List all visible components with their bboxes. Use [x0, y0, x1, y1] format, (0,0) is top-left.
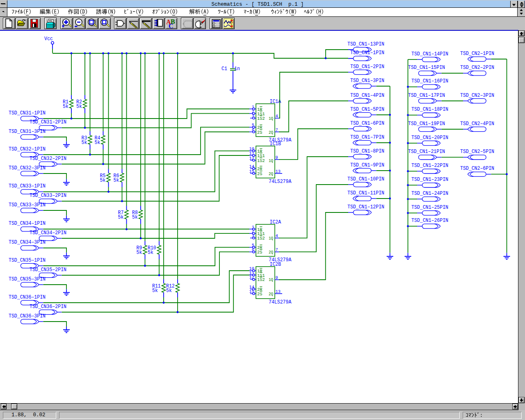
svg-text:4: 4 — [276, 114, 278, 119]
svg-text:5k: 5k — [95, 139, 100, 146]
svg-text:6: 6 — [252, 247, 254, 252]
svg-text:3: 3 — [252, 233, 254, 238]
svg-text:2S: 2S — [257, 130, 262, 135]
svg-text:1n: 1n — [234, 66, 240, 72]
svg-text:TSD_CN1–5PIN: TSD_CN1–5PIN — [350, 106, 384, 112]
svg-text:1Q: 1Q — [269, 158, 273, 163]
svg-text:IC2B: IC2B — [270, 261, 281, 267]
svg-text:12: 12 — [249, 156, 254, 161]
svg-text:TSD_CN2–4PIN: TSD_CN2–4PIN — [460, 121, 494, 127]
svg-text:2Q: 2Q — [269, 130, 273, 135]
svg-text:1Q: 1Q — [269, 277, 273, 282]
svg-text:TSD_CN1–21PIN: TSD_CN1–21PIN — [408, 148, 445, 155]
svg-text:5k: 5k — [148, 249, 153, 256]
svg-text:TSD_CN1–4PIN: TSD_CN1–4PIN — [350, 92, 384, 98]
svg-text:1S2: 1S2 — [257, 277, 265, 282]
svg-text:TSD_CN1–10PIN: TSD_CN1–10PIN — [347, 176, 384, 182]
svg-text:TSD_CN1–8PIN: TSD_CN1–8PIN — [350, 148, 384, 154]
svg-text:TSD_CN33–3PIN: TSD_CN33–3PIN — [9, 202, 46, 208]
svg-text:TSD_CN1–16PIN: TSD_CN1–16PIN — [411, 78, 448, 84]
svg-text:2Q: 2Q — [269, 292, 273, 297]
svg-text:TSD_CN1–22PIN: TSD_CN1–22PIN — [411, 162, 448, 169]
svg-text:TSD_CN1–26PIN: TSD_CN1–26PIN — [411, 217, 448, 224]
svg-text:TSD_CN36–1PIN: TSD_CN36–1PIN — [9, 294, 46, 300]
svg-text:TSD_CN34–3PIN: TSD_CN34–3PIN — [9, 239, 46, 245]
svg-text:TSD_CN2–2PIN: TSD_CN2–2PIN — [460, 64, 494, 71]
svg-text:9: 9 — [276, 155, 278, 160]
svg-text:74LS279A: 74LS279A — [269, 299, 292, 305]
svg-text:1Q: 1Q — [269, 116, 273, 121]
svg-text:TSD_CN1–25PIN: TSD_CN1–25PIN — [411, 204, 448, 210]
svg-text:TSD_CN1–12PIN: TSD_CN1–12PIN — [347, 204, 384, 210]
svg-text:C: C — [169, 23, 173, 28]
svg-text:2Q: 2Q — [269, 250, 273, 255]
svg-text:TSD_CN1–19PIN: TSD_CN1–19PIN — [408, 121, 445, 127]
svg-text:7: 7 — [276, 128, 278, 132]
svg-text:1S1: 1S1 — [257, 153, 265, 158]
svg-text:6: 6 — [252, 128, 254, 132]
svg-text:12: 12 — [249, 275, 254, 280]
svg-text:9: 9 — [276, 275, 278, 280]
svg-text:TSD_CN2–3PIN: TSD_CN2–3PIN — [460, 92, 494, 98]
svg-text:5k: 5k — [114, 177, 119, 183]
svg-text:TSD_CN32–1PIN: TSD_CN32–1PIN — [9, 146, 46, 152]
svg-text:2: 2 — [252, 109, 254, 114]
svg-text:1S2: 1S2 — [257, 236, 265, 241]
svg-text:5k: 5k — [63, 103, 68, 110]
svg-text:TSD_CN35–1PIN: TSD_CN35–1PIN — [9, 257, 46, 263]
svg-text:5k: 5k — [118, 214, 124, 220]
svg-text:TSD_CN1–24PIN: TSD_CN1–24PIN — [411, 190, 448, 196]
svg-text:TSD_CN2–5PIN: TSD_CN2–5PIN — [460, 148, 494, 155]
svg-text:5k: 5k — [137, 249, 142, 256]
svg-text:TSD_CN35–3PIN: TSD_CN35–3PIN — [9, 276, 46, 282]
svg-text:TSD_CN36–3PIN: TSD_CN36–3PIN — [9, 313, 46, 319]
svg-text:TSD_CN1–11PIN: TSD_CN1–11PIN — [347, 190, 384, 196]
svg-text:1S2: 1S2 — [257, 116, 265, 121]
svg-text:2Q: 2Q — [269, 171, 273, 176]
svg-text:5: 5 — [252, 243, 254, 248]
svg-text:74LS279A: 74LS279A — [269, 178, 292, 185]
svg-text:TSD_CN33–1PIN: TSD_CN33–1PIN — [9, 183, 46, 189]
svg-text:15: 15 — [249, 169, 254, 174]
svg-text:5k: 5k — [100, 177, 106, 183]
svg-text:1Q: 1Q — [269, 236, 273, 241]
svg-text:TSD_CN2–1PIN: TSD_CN2–1PIN — [460, 50, 494, 57]
svg-text:C1: C1 — [221, 66, 227, 72]
svg-text:2S: 2S — [257, 250, 262, 255]
svg-text:10: 10 — [249, 146, 255, 151]
svg-text:TSD_CN34–1PIN: TSD_CN34–1PIN — [9, 220, 46, 226]
svg-text:5k: 5k — [82, 139, 87, 146]
svg-text:TSD_CN1–14PIN: TSD_CN1–14PIN — [411, 51, 448, 57]
svg-text:TSD_CN31–2PIN: TSD_CN31–2PIN — [30, 119, 66, 125]
svg-text:TSD_CN32–2PIN: TSD_CN32–2PIN — [30, 155, 66, 162]
svg-text:TSD_CN1–23PIN: TSD_CN1–23PIN — [411, 176, 448, 183]
svg-text:14: 14 — [249, 164, 255, 169]
svg-text:5k: 5k — [76, 103, 82, 110]
svg-text:TSD_CN2–6PIN: TSD_CN2–6PIN — [460, 165, 494, 171]
svg-text:TSD_CN32–3PIN: TSD_CN32–3PIN — [9, 165, 46, 171]
svg-text:1: 1 — [252, 105, 254, 110]
svg-text:5k: 5k — [152, 288, 158, 294]
svg-text:TSD_CN1–20PIN: TSD_CN1–20PIN — [411, 135, 448, 141]
svg-text:IC1B: IC1B — [270, 141, 281, 147]
svg-text:TSD_CN33–2PIN: TSD_CN33–2PIN — [30, 192, 66, 199]
svg-text:2R: 2R — [257, 167, 262, 171]
svg-text:3: 3 — [252, 114, 254, 119]
svg-text:TSD_CN35–2PIN: TSD_CN35–2PIN — [30, 267, 66, 273]
svg-text:TSD_CN34–2PIN: TSD_CN34–2PIN — [30, 230, 66, 236]
svg-text:TSD_CN1–13PIN: TSD_CN1–13PIN — [347, 41, 384, 47]
svg-text:2S: 2S — [257, 292, 262, 297]
svg-text:TSD_CN36–2PIN: TSD_CN36–2PIN — [30, 304, 66, 310]
svg-text:5k: 5k — [166, 288, 172, 294]
svg-text:TSD_CN1–6PIN: TSD_CN1–6PIN — [350, 120, 384, 126]
svg-text:TSD_CN1–15PIN: TSD_CN1–15PIN — [408, 64, 445, 71]
svg-text:TSD_CN1–1PIN: TSD_CN1–1PIN — [350, 50, 384, 56]
svg-text:5k: 5k — [132, 214, 138, 220]
svg-text:5: 5 — [252, 123, 254, 128]
svg-text:TSD_CN1–17PIN: TSD_CN1–17PIN — [408, 92, 445, 98]
svg-text:1S2: 1S2 — [257, 158, 265, 163]
svg-text:11: 11 — [249, 151, 255, 156]
svg-text:2S: 2S — [257, 171, 262, 176]
svg-text:TSD_CN31–3PIN: TSD_CN31–3PIN — [9, 128, 46, 135]
svg-text:4: 4 — [276, 233, 278, 238]
